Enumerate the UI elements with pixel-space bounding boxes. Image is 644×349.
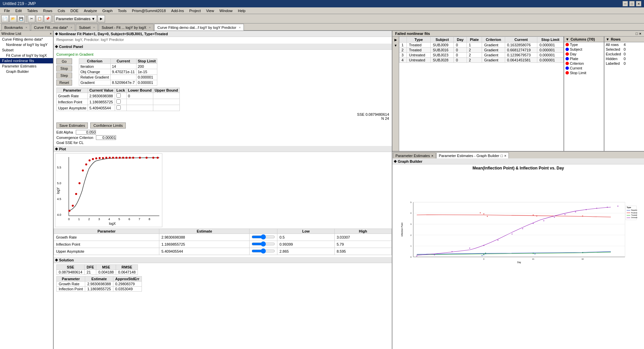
goal-sse-label: Goal SSE for CL (56, 141, 84, 145)
svg-point-85 (533, 223, 534, 224)
tab-4[interactable]: Curve Fitting demo dat...f logY by logY … (154, 24, 244, 31)
menu-item-file[interactable]: File (1, 8, 13, 13)
save-estimates-button[interactable]: Save Estimates (56, 122, 88, 129)
window-list-item-2[interactable]: Subset (0, 47, 53, 53)
menu-item-view[interactable]: View (203, 8, 217, 13)
window-list-close[interactable]: × (50, 32, 52, 36)
svg-point-21 (82, 169, 84, 171)
svg-text:0: 0 (68, 217, 70, 221)
tab-close-4[interactable]: × (239, 26, 240, 29)
failed-panel-toggle[interactable]: ▼ (394, 44, 397, 47)
estimate-slider-0[interactable] (252, 234, 275, 240)
tab-1[interactable]: Curve Fitt...mo data*× (31, 24, 75, 31)
tab-close-3[interactable]: × (149, 26, 151, 29)
rows-stat-value-2: 0 (622, 52, 627, 56)
edit-alpha-input[interactable] (76, 130, 96, 135)
menu-item-project[interactable]: Project (186, 8, 203, 13)
alpha-row: Edit Alpha (56, 130, 389, 135)
right-panel: Failed nonlinear fits □ × ▶ ▼ (392, 31, 644, 349)
run-button[interactable]: ▶ (98, 15, 105, 22)
maximize-button[interactable]: □ (629, 1, 635, 6)
tab-close-0[interactable]: × (25, 26, 27, 29)
param-row-0: Growth Rate2.98306983880 (57, 93, 180, 99)
menu-item-edit[interactable]: Edit (13, 8, 24, 13)
menu-item-doe[interactable]: DOE (68, 8, 81, 13)
estimate-slider-2[interactable] (252, 248, 275, 254)
svg-text:Untreated: Untreated (631, 216, 637, 218)
window-list-title-bar: Window List × (0, 31, 53, 37)
open-button[interactable]: 📂 (9, 15, 17, 22)
tab-0[interactable]: Bookmarks× (1, 24, 30, 31)
column-item-1[interactable]: Subject (564, 47, 604, 52)
menu-item-analyze[interactable]: Analyze (81, 8, 100, 13)
window-list-item-0[interactable]: Curve Fitting demo data* (0, 37, 53, 42)
window-list-item-5[interactable]: Parameter Estimates (0, 63, 53, 69)
failed-panel-collapse[interactable]: ▶ (394, 38, 397, 42)
failed-row-1[interactable]: 2TreatedSUBJ01602Gradient0.66812747190.0… (399, 48, 564, 53)
window-list-item-6[interactable]: Graph Builder (0, 69, 53, 74)
param-lock-0[interactable] (115, 93, 126, 99)
param-lock-1[interactable] (115, 99, 126, 105)
minimize-button[interactable]: ─ (623, 1, 628, 6)
close-button[interactable]: ✕ (636, 1, 641, 6)
toolbar-separator-2 (53, 15, 53, 22)
toolbar-separator-1 (26, 15, 26, 22)
graph-builder-section: Parameter Estimates × Parameter Estimate… (392, 152, 644, 349)
param-lock-2[interactable] (115, 105, 126, 111)
failed-close-button[interactable]: × (639, 32, 641, 36)
go-button[interactable]: Go (56, 58, 72, 64)
menu-item-tables[interactable]: Tables (24, 8, 41, 13)
new-button[interactable]: 📄 (1, 15, 9, 22)
window-list-item-3[interactable]: Fit Curve of logY by logX (0, 53, 53, 58)
svg-point-90 (586, 209, 587, 210)
param-row-2: Upper Asymptote5.409405544 (57, 105, 180, 111)
estimate-slider-1[interactable] (252, 241, 275, 247)
menu-item-prismsummit[interactable]: Prism@Summit2018 (129, 8, 168, 13)
failed-row-2[interactable]: 3UntreatedSUBJ02302Gradient0.12396795730… (399, 53, 564, 58)
estimate-low-0: 0.5 (277, 234, 334, 241)
save-button[interactable]: 💾 (17, 15, 25, 22)
stop-button[interactable]: Stop (56, 65, 72, 71)
pe-tab-close[interactable]: × (431, 154, 433, 158)
copy-button[interactable]: 📋 (36, 15, 43, 22)
tab-2[interactable]: Subset× (76, 24, 98, 31)
failed-cell-current-2: 0.1239679573 (505, 53, 537, 58)
paste-button[interactable]: 📌 (44, 15, 51, 22)
convergence-criterion-input[interactable] (96, 135, 116, 140)
column-item-0[interactable]: Type (564, 42, 604, 47)
tab-close-2[interactable]: × (93, 26, 95, 29)
step-button[interactable]: Step (56, 72, 72, 79)
menu-item-tools[interactable]: Tools (115, 8, 129, 13)
failed-row-0[interactable]: 1TreatedSUBJ00901Gradient0.16328580760.0… (399, 43, 564, 48)
column-item-3[interactable]: Plate (564, 56, 604, 61)
confidence-settings: Edit Alpha Convergence Criterion Goal SS… (56, 130, 389, 145)
tab-close-1[interactable]: × (70, 26, 72, 29)
failed-row-3[interactable]: 4UntreatedSUBJ02802Gradient0.06414515810… (399, 58, 564, 63)
menu-item-addins[interactable]: Add-Ins (168, 8, 186, 13)
sol-param-std_err-0: 0.29808379 (113, 282, 142, 287)
menu-item-help[interactable]: Help (235, 8, 248, 13)
menu-item-rows[interactable]: Rows (41, 8, 55, 13)
svg-point-91 (596, 208, 597, 209)
column-item-5[interactable]: Current (564, 66, 604, 70)
menu-item-cols[interactable]: Cols (55, 8, 68, 13)
cut-button[interactable]: ✂ (28, 15, 35, 22)
tab-graph-builder[interactable]: Parameter Estimates - Graph Builder □ × (436, 152, 508, 158)
parameter-estimates-dropdown[interactable]: Parameter Estimates ▼ (54, 15, 97, 22)
reset-button[interactable]: Reset (56, 80, 72, 86)
column-item-4[interactable]: Criterion (564, 61, 604, 66)
tab-3[interactable]: Subset - Fit ... logY by logX× (99, 24, 154, 31)
convergence-criterion-label: Convergence Criterion (56, 136, 93, 140)
column-item-2[interactable]: Day (564, 52, 604, 56)
tab-parameter-estimates[interactable]: Parameter Estimates × (393, 152, 436, 158)
tree-label-0: Curve Fitting demo data* (2, 37, 43, 41)
gb-tab-close[interactable]: × (504, 154, 506, 158)
confidence-limits-button[interactable]: Confidence Limits (90, 122, 125, 129)
menu-item-graph[interactable]: Graph (100, 8, 115, 13)
window-list-item-4[interactable]: Failed nonlinear fits (0, 58, 53, 63)
window-list-item-1[interactable]: Nonlinear of logY by logY (0, 42, 53, 47)
menu-item-window[interactable]: Window (217, 8, 235, 13)
failed-resize-button[interactable]: □ (636, 32, 638, 36)
column-item-6[interactable]: Stop Limit (564, 70, 604, 75)
gb-tab-resize[interactable]: □ (501, 154, 503, 158)
